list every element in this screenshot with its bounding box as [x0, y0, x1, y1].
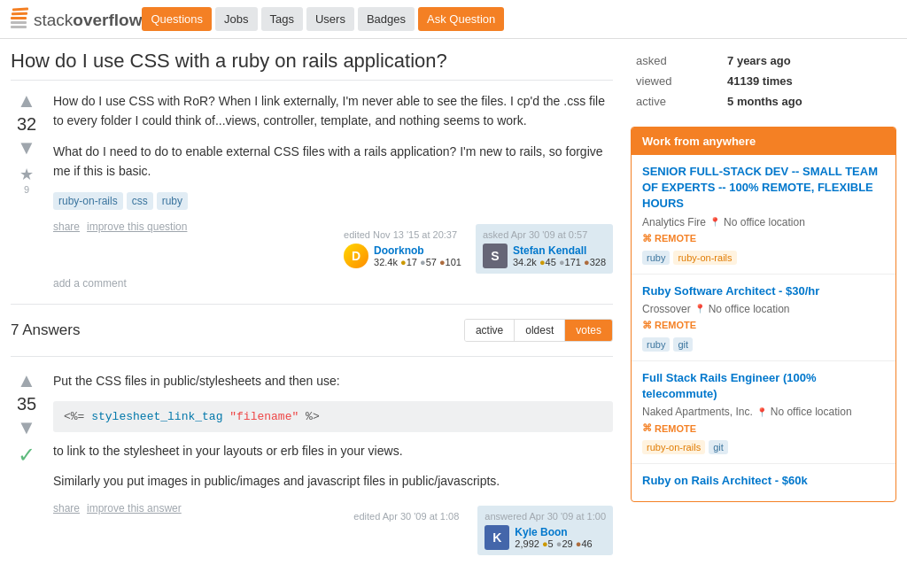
question-text-p2: What do I need to do to enable external …	[53, 142, 613, 182]
remote-badge-3: ⌘REMOTE	[642, 422, 696, 434]
improve-question-link[interactable]: improve this question	[87, 220, 187, 233]
edited-user-rep: 32.4k ●17 ●57 ●101	[374, 257, 461, 267]
tag-css[interactable]: css	[127, 192, 153, 210]
main-content: How do I use CSS with a ruby on rails ap…	[11, 50, 613, 555]
job-title-1[interactable]: SENIOR FULL-STACK DEV -- SMALL TEAM OF E…	[642, 164, 885, 213]
answer-text-p2: to link to the stylesheet in your layout…	[53, 441, 613, 460]
asked-stat-value: 7 years ago	[724, 51, 895, 70]
nav-badges[interactable]: Badges	[358, 7, 415, 31]
answers-tabs: active oldest votes	[464, 319, 613, 342]
remote-badge-1: ⌘REMOTE	[642, 233, 696, 244]
nav-users[interactable]: Users	[306, 7, 354, 31]
question-text-p1: How do I use CSS with RoR? When I link e…	[53, 91, 613, 131]
tag-ruby[interactable]: ruby	[157, 192, 188, 210]
nav-questions[interactable]: Questions	[142, 7, 212, 31]
job-tag-ruby-2[interactable]: ruby	[642, 337, 670, 352]
job-listing-4: Ruby on Rails Architect - $60k	[632, 464, 895, 501]
edited-user-name[interactable]: Doorknob	[374, 244, 461, 257]
answer-edited-time: edited Apr 30 '09 at 1:08	[353, 511, 463, 522]
answer-block: ▲ 35 ▼ ✓ Put the CSS files in public/sty…	[11, 356, 613, 555]
answer-vote-count: 35	[17, 394, 36, 414]
edited-time: edited Nov 13 '15 at 20:37	[344, 229, 461, 240]
job-tag-ruby-1[interactable]: ruby	[642, 251, 670, 265]
question-vote-cell: ▲ 32 ▼ ★ 9	[11, 91, 43, 290]
jobs-box: Work from anywhere SENIOR FULL-STACK DEV…	[631, 127, 896, 502]
tab-oldest[interactable]: oldest	[515, 320, 565, 341]
answer-actions: share improve this answer	[53, 502, 182, 514]
answer-edited-card: edited Apr 30 '09 at 1:08	[346, 506, 470, 555]
asked-stat-label: asked	[632, 51, 722, 70]
job-listing-2: Ruby Software Architect - $30/hr Crossov…	[632, 275, 895, 361]
job-tag-git-2[interactable]: git	[673, 337, 693, 352]
question-body: How do I use CSS with RoR? When I link e…	[53, 91, 613, 290]
job-tag-ror-3[interactable]: ruby-on-rails	[642, 440, 705, 454]
answer-user-details: Kyle Boon 2,992 ●5 ●29 ●46	[515, 526, 592, 549]
job-listing-1: SENIOR FULL-STACK DEV -- SMALL TEAM OF E…	[632, 155, 895, 275]
answer-user-name[interactable]: Kyle Boon	[515, 526, 592, 538]
question-tags: ruby-on-rails css ruby	[53, 192, 613, 210]
remote-badge-2: ⌘REMOTE	[642, 320, 696, 331]
add-question-comment[interactable]: add a comment	[53, 277, 613, 290]
job-tag-ror-1[interactable]: ruby-on-rails	[673, 251, 736, 265]
edited-user-avatar: D	[344, 244, 368, 268]
edited-user-card: edited Nov 13 '15 at 20:37 D Doorknob 32…	[337, 224, 469, 274]
question-actions: share improve this question	[53, 220, 187, 233]
vote-up-button[interactable]: ▲	[17, 91, 36, 111]
job-listing-3: Full Stack Rails Engineer (100% telecomm…	[632, 361, 895, 464]
tab-active[interactable]: active	[465, 320, 515, 341]
logo-stack-icon	[11, 8, 28, 30]
answer-user-avatar: K	[485, 525, 509, 550]
question-vote-count: 32	[17, 114, 36, 135]
nav-tags[interactable]: Tags	[261, 7, 303, 31]
question-block: ▲ 32 ▼ ★ 9 How do I use CSS with RoR? Wh…	[11, 91, 613, 290]
jobs-box-header: Work from anywhere	[632, 128, 895, 155]
tag-ruby-on-rails[interactable]: ruby-on-rails	[53, 192, 123, 210]
edited-user-info: D Doorknob 32.4k ●17 ●57 ●101	[344, 244, 461, 268]
job-title-2[interactable]: Ruby Software Architect - $30/hr	[642, 283, 885, 299]
asked-user-name[interactable]: Stefan Kendall	[513, 244, 606, 257]
asked-time: asked Apr 30 '09 at 0:57	[483, 229, 606, 240]
active-stat-value: 5 months ago	[724, 92, 895, 111]
asked-user-card: asked Apr 30 '09 at 0:57 S Stefan Kendal…	[476, 224, 613, 274]
vote-down-button[interactable]: ▼	[17, 138, 36, 158]
active-stat-label: active	[632, 92, 722, 111]
job-title-3[interactable]: Full Stack Rails Engineer (100% telecomm…	[642, 370, 885, 402]
asked-user-avatar: S	[483, 244, 508, 268]
job-company-3: Naked Apartments, Inc. 📍 No office locat…	[642, 406, 885, 418]
sidebar: asked 7 years ago viewed 41139 times act…	[631, 50, 896, 555]
job-company-1: Analytics Fire 📍 No office location	[642, 216, 885, 228]
job-tag-git-3[interactable]: git	[709, 440, 728, 454]
answer-vote-down-button[interactable]: ▼	[17, 418, 36, 437]
job-company-2: Crossover 📍 No office location	[642, 303, 885, 315]
job-tags-2: ruby git	[642, 337, 885, 352]
asked-user-info: S Stefan Kendall 34.2k ●45 ●171 ●328	[483, 244, 606, 268]
viewed-stat-value: 41139 times	[724, 72, 895, 90]
answers-header: 7 Answers active oldest votes	[11, 319, 613, 342]
answer-vote-cell: ▲ 35 ▼ ✓	[11, 371, 43, 555]
answer-text-p1: Put the CSS files in public/stylesheets …	[53, 371, 613, 391]
improve-answer-link[interactable]: improve this answer	[87, 502, 182, 514]
question-user-cards: edited Nov 13 '15 at 20:37 D Doorknob 32…	[337, 224, 613, 274]
site-logo[interactable]: stackoverflow	[11, 8, 142, 30]
question-stats: asked 7 years ago viewed 41139 times act…	[631, 50, 896, 112]
favorite-button[interactable]: ★	[19, 165, 34, 184]
answer-vote-up-button[interactable]: ▲	[17, 371, 36, 391]
job-tags-1: ruby ruby-on-rails	[642, 251, 885, 265]
answer-user-cards: edited Apr 30 '09 at 1:08 answered Apr 3…	[346, 506, 613, 555]
answer-body: Put the CSS files in public/stylesheets …	[53, 371, 613, 555]
share-answer-link[interactable]: share	[53, 502, 80, 514]
answer-text-p3: Similarly you put images in public/image…	[53, 471, 613, 491]
question-title: How do I use CSS with a ruby on rails ap…	[11, 50, 613, 81]
main-nav: Questions Jobs Tags Users Badges Ask Que…	[142, 7, 504, 31]
tab-votes[interactable]: votes	[565, 320, 612, 341]
answer-code-block: <%= stylesheet_link_tag "filename" %>	[53, 401, 613, 432]
job-title-4[interactable]: Ruby on Rails Architect - $60k	[642, 473, 885, 489]
answer-answered-card: answered Apr 30 '09 at 1:00 K Kyle Boon …	[477, 506, 613, 555]
asked-user-details: Stefan Kendall 34.2k ●45 ●171 ●328	[513, 244, 606, 267]
share-question-link[interactable]: share	[53, 220, 80, 233]
nav-ask-question[interactable]: Ask Question	[418, 7, 504, 31]
answer-answered-time: answered Apr 30 '09 at 1:00	[485, 511, 606, 522]
answer-user-info: K Kyle Boon 2,992 ●5 ●29 ●46	[485, 525, 606, 550]
nav-jobs[interactable]: Jobs	[215, 7, 257, 31]
answers-count: 7 Answers	[11, 321, 80, 339]
